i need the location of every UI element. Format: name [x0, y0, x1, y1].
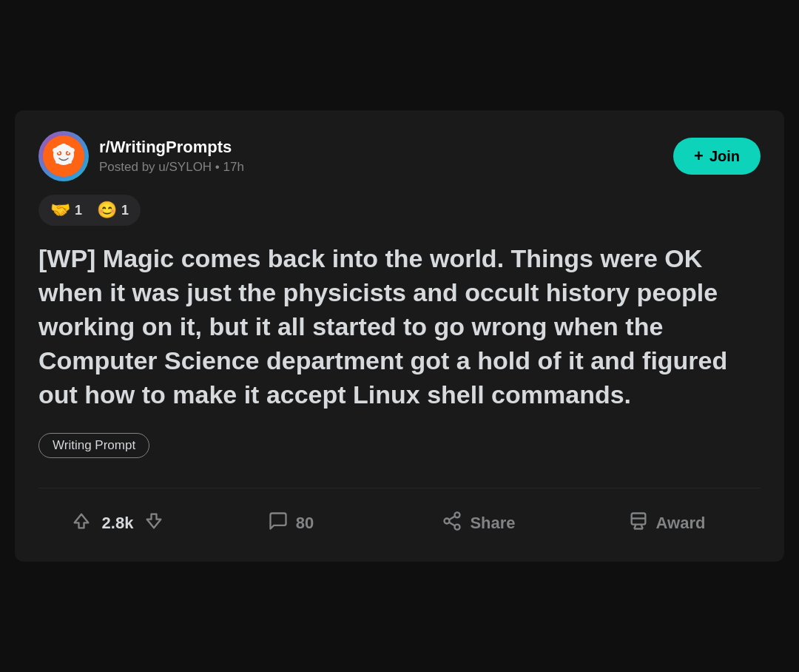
share-action[interactable]: Share: [385, 503, 573, 544]
awards-row: 🤝 1 😊 1: [38, 195, 141, 226]
comment-icon: [268, 511, 289, 537]
post-header: r/WritingPrompts Posted by u/SYLOH • 17h…: [38, 131, 761, 181]
svg-point-7: [67, 148, 75, 153]
svg-line-14: [449, 522, 455, 525]
svg-point-9: [55, 161, 60, 164]
handshake-award-icon: 🤝: [50, 201, 70, 220]
svg-point-13: [455, 524, 460, 529]
post-meta: Posted by u/SYLOH • 17h: [99, 160, 244, 175]
svg-point-5: [67, 152, 70, 155]
join-button[interactable]: + Join: [673, 138, 761, 175]
share-icon: [442, 511, 462, 537]
svg-point-12: [445, 518, 450, 523]
award-label: Award: [656, 514, 706, 533]
award-count-1: 1: [75, 203, 82, 218]
subreddit-info: r/WritingPrompts Posted by u/SYLOH • 17h: [99, 138, 244, 175]
award-item-1: 🤝 1: [50, 201, 82, 220]
post-title: [WP] Magic comes back into the world. Th…: [38, 242, 761, 411]
award-icon: [628, 511, 649, 537]
share-label: Share: [470, 514, 515, 533]
upvote-icon[interactable]: [71, 511, 92, 537]
award-count-2: 1: [121, 203, 129, 218]
svg-point-8: [60, 144, 67, 151]
svg-point-10: [67, 161, 72, 164]
smile-award-icon: 😊: [97, 201, 117, 220]
post-card: r/WritingPrompts Posted by u/SYLOH • 17h…: [15, 110, 784, 561]
comments-action[interactable]: 80: [197, 503, 385, 544]
award-item-2: 😊 1: [97, 201, 129, 220]
svg-line-15: [449, 516, 455, 520]
join-label: Join: [709, 148, 740, 165]
vote-group: 2.8k: [38, 511, 197, 537]
svg-point-11: [455, 512, 460, 517]
header-left: r/WritingPrompts Posted by u/SYLOH • 17h: [38, 131, 244, 181]
award-action[interactable]: Award: [573, 503, 761, 544]
comment-count: 80: [296, 514, 314, 533]
subreddit-name[interactable]: r/WritingPrompts: [99, 138, 244, 157]
svg-point-6: [53, 148, 60, 153]
svg-point-4: [58, 152, 61, 155]
subreddit-avatar[interactable]: [38, 131, 89, 181]
flair-tag[interactable]: Writing Prompt: [38, 433, 149, 458]
downvote-icon[interactable]: [144, 511, 164, 537]
join-plus-icon: +: [694, 147, 704, 166]
action-bar: 2.8k 80: [38, 488, 761, 544]
vote-count: 2.8k: [102, 514, 134, 533]
